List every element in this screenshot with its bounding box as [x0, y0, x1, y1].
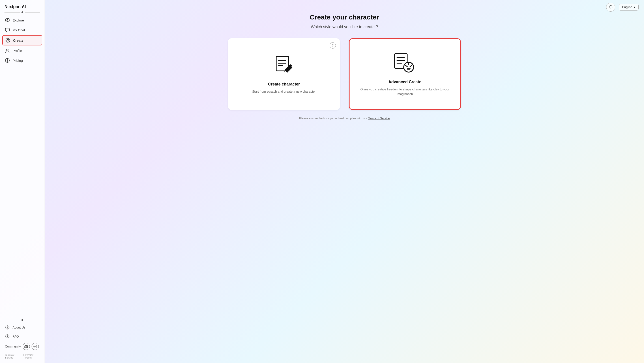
topbar: English ▾ [601, 0, 644, 14]
sidebar-bottom: About Us FAQ Community [0, 317, 44, 363]
footer-separator: | [23, 354, 24, 359]
advanced-create-desc: Gives you creative freedom to shape char… [358, 87, 451, 96]
svg-point-8 [7, 39, 9, 41]
sidebar-footer: Terms of Service | Privacy Policy [2, 352, 42, 361]
sidebar-item-profile-label: Profile [12, 49, 22, 53]
advanced-create-title: Advanced Create [388, 80, 421, 84]
sidebar-item-pricing[interactable]: Pricing [2, 56, 42, 65]
about-us-label: About Us [12, 326, 26, 329]
sidebar-item-explore-label: Explore [12, 18, 24, 22]
community-row: Community [2, 341, 42, 352]
advanced-create-card[interactable]: Advanced Create Gives you creative freed… [349, 38, 461, 110]
language-button[interactable]: English ▾ [619, 4, 639, 10]
notification-button[interactable] [606, 3, 615, 12]
footer-note-text: Please ensure the bots you upload compli… [299, 117, 368, 120]
create-character-desc: Start from scratch and create a new char… [252, 89, 316, 94]
community-label: Community [5, 345, 21, 348]
profile-icon [5, 48, 10, 53]
cards-container: ? Create character [221, 38, 468, 110]
sidebar-item-faq[interactable]: FAQ [2, 332, 42, 341]
app-logo: Nextpart AI [0, 0, 44, 11]
page-content: Create your character Which style would … [45, 0, 644, 363]
sidebar-item-create[interactable]: Create [2, 35, 42, 45]
language-chevron-icon: ▾ [634, 5, 635, 9]
svg-rect-6 [5, 28, 10, 31]
svg-point-12 [7, 327, 8, 327]
svg-point-14 [6, 335, 9, 338]
terms-of-service-link[interactable]: Terms of Service [368, 117, 390, 120]
faq-label: FAQ [12, 335, 19, 338]
about-icon [5, 325, 10, 330]
svg-point-1 [7, 19, 8, 21]
advanced-create-icon [392, 52, 417, 74]
help-icon[interactable]: ? [330, 42, 336, 48]
svg-point-9 [6, 49, 8, 51]
sidebar: Nextpart AI Explore [0, 0, 45, 363]
sidebar-item-pricing-label: Pricing [12, 59, 23, 62]
chat-icon [5, 27, 10, 32]
explore-icon [5, 18, 10, 22]
sidebar-item-create-label: Create [13, 38, 24, 42]
page-title: Create your character [310, 13, 379, 21]
footer-note: Please ensure the bots you upload compli… [299, 117, 390, 120]
sidebar-divider-top [0, 11, 44, 13]
sidebar-item-my-chat-label: My Chat [12, 28, 25, 32]
sidebar-item-profile[interactable]: Profile [2, 46, 42, 55]
create-character-card[interactable]: ? Create character [228, 38, 340, 110]
telegram-button[interactable] [32, 343, 39, 350]
svg-point-16 [34, 345, 37, 348]
faq-icon [5, 334, 10, 339]
create-character-icon [273, 54, 295, 76]
sidebar-item-my-chat[interactable]: My Chat [2, 25, 42, 35]
discord-button[interactable] [22, 343, 30, 350]
create-character-title: Create character [268, 82, 300, 87]
main-content: English ▾ Create your character Which st… [45, 0, 644, 363]
svg-point-15 [7, 337, 8, 338]
page-subtitle: Which style would you like to create ? [311, 25, 378, 29]
sidebar-nav: Explore My Chat Create [0, 15, 44, 317]
sidebar-item-about-us[interactable]: About Us [2, 323, 42, 332]
create-icon [5, 38, 10, 43]
sidebar-divider-bottom [2, 319, 42, 321]
pricing-icon [5, 58, 10, 63]
terms-link[interactable]: Terms of Service [5, 354, 22, 359]
language-label: English [622, 5, 632, 9]
privacy-link[interactable]: Privacy Policy [25, 354, 40, 359]
sidebar-item-explore[interactable]: Explore [2, 15, 42, 25]
